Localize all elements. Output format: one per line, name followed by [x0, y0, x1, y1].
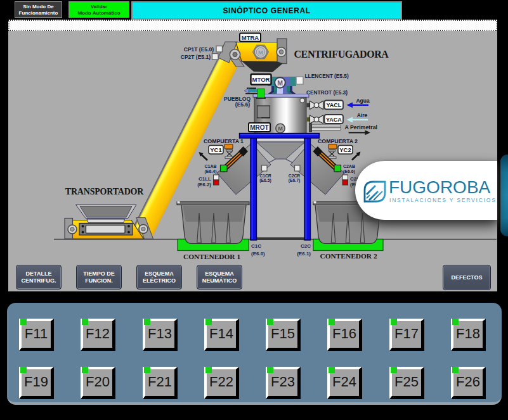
svg-text:CENTRIFUGADORA: CENTRIFUGADORA — [294, 49, 389, 60]
svg-text:(E6.7): (E6.7) — [289, 178, 301, 183]
svg-text:C2C: C2C — [301, 243, 311, 249]
svg-text:M: M — [277, 79, 283, 87]
svg-text:YC2: YC2 — [339, 146, 351, 153]
svg-text:COMPUERTA 1: COMPUERTA 1 — [204, 138, 244, 144]
svg-text:M: M — [258, 49, 263, 56]
svg-text:COMPUERTA 2: COMPUERTA 2 — [318, 138, 358, 144]
svg-text:C1AB: C1AB — [204, 164, 216, 169]
svg-text:C2CR: C2CR — [289, 174, 301, 178]
svg-text:YACL: YACL — [326, 102, 341, 108]
svg-text:CP2T (E5.1): CP2T (E5.1) — [181, 54, 211, 60]
svg-text:Aire: Aire — [357, 112, 368, 118]
svg-text:CENTROT (E5.3): CENTROT (E5.3) — [306, 89, 348, 96]
svg-text:CONTENEDOR 2: CONTENEDOR 2 — [320, 252, 377, 260]
svg-text:C1CR: C1CR — [259, 174, 271, 178]
svg-text:(E6.6): (E6.6) — [343, 169, 355, 174]
svg-text:Agua: Agua — [356, 98, 370, 104]
svg-text:MTOR: MTOR — [252, 76, 270, 83]
svg-text:(E5.6): (E5.6) — [235, 101, 250, 108]
svg-text:(E6.0): (E6.0) — [251, 251, 265, 257]
svg-text:C1C: C1C — [251, 243, 261, 249]
svg-text:A Perimetral: A Perimetral — [345, 124, 378, 130]
svg-text:(E6.1): (E6.1) — [297, 251, 311, 257]
svg-text:CP1T (E5.0): CP1T (E5.0) — [184, 46, 214, 53]
svg-text:TRANSPORTADOR: TRANSPORTADOR — [65, 187, 145, 196]
svg-text:(E6.5): (E6.5) — [259, 178, 271, 183]
svg-text:(E6.4): (E6.4) — [204, 169, 216, 174]
svg-text:CONTENEDOR 1: CONTENEDOR 1 — [183, 253, 240, 260]
svg-text:M: M — [278, 125, 283, 132]
svg-text:MTRA: MTRA — [242, 34, 259, 41]
svg-text:YACA: YACA — [326, 117, 342, 123]
svg-text:C2AB: C2AB — [343, 164, 355, 169]
svg-text:LLENCENT (E5.5): LLENCENT (E5.5) — [305, 73, 349, 79]
svg-text:MROT: MROT — [250, 124, 268, 131]
svg-text:YC1: YC1 — [210, 146, 222, 153]
svg-text:(E6.2): (E6.2) — [197, 182, 211, 188]
svg-text:C1LL: C1LL — [199, 176, 211, 182]
